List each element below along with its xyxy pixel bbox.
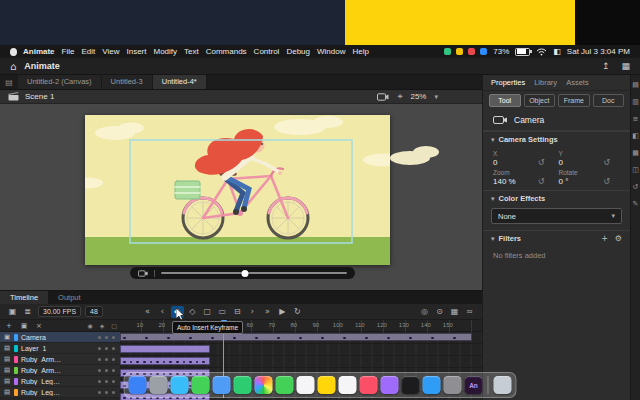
- status-blue-icon[interactable]: [480, 48, 487, 55]
- zoom-level[interactable]: 25%: [410, 92, 426, 101]
- toggle-dot[interactable]: [105, 391, 108, 394]
- swatches-panel-icon[interactable]: ▦: [632, 149, 639, 157]
- dock-icon-podcasts[interactable]: [381, 376, 399, 394]
- history-panel-icon[interactable]: ↺: [633, 183, 639, 191]
- color-panel-icon[interactable]: ◧: [632, 132, 639, 140]
- doc-tab-2[interactable]: Untitled-3: [102, 75, 153, 89]
- wifi-icon[interactable]: [536, 48, 547, 56]
- layer-row-1[interactable]: ▣Camera: [0, 332, 120, 343]
- menu-modify[interactable]: Modify: [153, 47, 177, 56]
- toggle-dot[interactable]: [98, 380, 101, 383]
- menu-insert[interactable]: Insert: [126, 47, 146, 56]
- fps-display[interactable]: 30.00 FPS: [38, 306, 81, 317]
- tab-assets[interactable]: Assets: [566, 78, 589, 87]
- dock-icon-messages[interactable]: [192, 376, 210, 394]
- toggle-dot[interactable]: [98, 336, 101, 339]
- toggle-dot[interactable]: [112, 336, 115, 339]
- toggle-dot[interactable]: [98, 358, 101, 361]
- layer-row-4[interactable]: ▤Ruby_Arm…: [0, 365, 120, 376]
- reset-rotate-icon[interactable]: ↺: [603, 177, 610, 186]
- menu-edit[interactable]: Edit: [81, 47, 95, 56]
- reset-y-icon[interactable]: ↺: [603, 158, 610, 167]
- camera-timeline-icon[interactable]: ▣: [6, 306, 19, 318]
- section-color-effects[interactable]: ▾ Color Effects: [483, 190, 630, 206]
- tab-properties[interactable]: Properties: [491, 78, 525, 87]
- add-filter-icon[interactable]: +: [601, 234, 608, 243]
- outline-icon[interactable]: ▢: [110, 320, 118, 332]
- frame-forward-icon[interactable]: ›: [246, 306, 259, 318]
- dock-icon-trash[interactable]: [494, 376, 512, 394]
- workspace-switcher-button[interactable]: ▦: [621, 61, 630, 71]
- doc-tab-3[interactable]: Untitled-4*: [153, 75, 207, 89]
- status-red-icon[interactable]: [468, 48, 475, 55]
- dock-icon-safari[interactable]: [171, 376, 189, 394]
- x-value[interactable]: 0: [493, 158, 497, 167]
- subtab-doc[interactable]: Doc: [593, 94, 625, 107]
- subtab-object[interactable]: Object: [524, 94, 556, 107]
- align-panel-icon[interactable]: ≡: [633, 115, 639, 123]
- frame-back-icon[interactable]: ‹: [156, 306, 169, 318]
- toggle-dot[interactable]: [98, 369, 101, 372]
- filter-options-icon[interactable]: ⚙: [615, 234, 622, 243]
- onion-skin-icon[interactable]: ◎: [418, 306, 431, 318]
- remove-frame-icon[interactable]: ⊟: [231, 306, 244, 318]
- layer-depth-icon[interactable]: ≣: [21, 306, 34, 318]
- current-frame-display[interactable]: 48: [85, 306, 103, 317]
- play-icon[interactable]: ▶: [276, 306, 289, 318]
- dock-icon-appstore[interactable]: [423, 376, 441, 394]
- tab-timeline[interactable]: Timeline: [0, 291, 48, 304]
- delete-layer-icon[interactable]: ×: [34, 320, 44, 332]
- dock-icon-facetime[interactable]: [276, 376, 294, 394]
- subtab-frame[interactable]: Frame: [558, 94, 590, 107]
- toggle-dot[interactable]: [98, 391, 101, 394]
- zoom-value[interactable]: 140 %: [493, 177, 516, 186]
- toggle-dot[interactable]: [105, 380, 108, 383]
- menubar-clock[interactable]: Sat Jul 3 3:04 PM: [567, 47, 630, 56]
- share-button[interactable]: ↥: [602, 61, 610, 71]
- apple-logo-icon[interactable]: [10, 48, 17, 56]
- reset-x-icon[interactable]: ↺: [538, 158, 545, 167]
- dock-icon-reminders[interactable]: [339, 376, 357, 394]
- toggle-dot[interactable]: [112, 358, 115, 361]
- toggle-dot[interactable]: [105, 336, 108, 339]
- y-value[interactable]: 0: [559, 158, 563, 167]
- center-stage-icon[interactable]: ⌖: [397, 91, 402, 102]
- toggle-dot[interactable]: [112, 369, 115, 372]
- chevron-down-icon[interactable]: ▾: [491, 235, 495, 243]
- properties-panel-icon[interactable]: ▤: [632, 81, 639, 89]
- status-yellow-icon[interactable]: [456, 48, 463, 55]
- onion-outlines-icon[interactable]: ⊙: [433, 306, 446, 318]
- toggle-dot[interactable]: [112, 380, 115, 383]
- loop-icon[interactable]: ↻: [291, 306, 304, 318]
- menu-window[interactable]: Window: [317, 47, 345, 56]
- toggle-dot[interactable]: [105, 369, 108, 372]
- dock-icon-animate[interactable]: An: [465, 376, 483, 394]
- brush-panel-icon[interactable]: ✎: [633, 200, 639, 208]
- menu-control[interactable]: Control: [254, 47, 280, 56]
- dock-icon-notes[interactable]: [318, 376, 336, 394]
- layer-row-5[interactable]: ▤Ruby_Leg…: [0, 376, 120, 387]
- dock-icon-finder[interactable]: [129, 376, 147, 394]
- home-button[interactable]: ⌂: [10, 61, 16, 72]
- step-forward-icon[interactable]: »: [261, 306, 274, 318]
- chevron-down-icon[interactable]: ▾: [491, 195, 495, 203]
- tab-output[interactable]: Output: [48, 291, 91, 304]
- menu-text[interactable]: Text: [184, 47, 199, 56]
- dock-icon-settings[interactable]: [444, 376, 462, 394]
- dock-icon-launchpad[interactable]: [150, 376, 168, 394]
- frame-view-icon[interactable]: ≈: [463, 306, 476, 318]
- toggle-dot[interactable]: [112, 347, 115, 350]
- dock-icon-mail[interactable]: [213, 376, 231, 394]
- step-back-icon[interactable]: «: [141, 306, 154, 318]
- tab-library[interactable]: Library: [534, 78, 557, 87]
- toggle-dot[interactable]: [105, 347, 108, 350]
- show-hide-icon[interactable]: ◉: [86, 320, 94, 332]
- toggle-dot[interactable]: [98, 347, 101, 350]
- insert-keyframe-icon[interactable]: ◇: [186, 306, 199, 318]
- cc-libraries-panel-icon[interactable]: ◫: [632, 166, 639, 174]
- edit-multiple-frames-icon[interactable]: ▦: [448, 306, 461, 318]
- section-filters[interactable]: ▾ Filters + ⚙: [483, 230, 630, 246]
- rotate-value[interactable]: 0 °: [559, 177, 569, 186]
- insert-frame-icon[interactable]: ▭: [216, 306, 229, 318]
- status-green-icon[interactable]: [444, 48, 451, 55]
